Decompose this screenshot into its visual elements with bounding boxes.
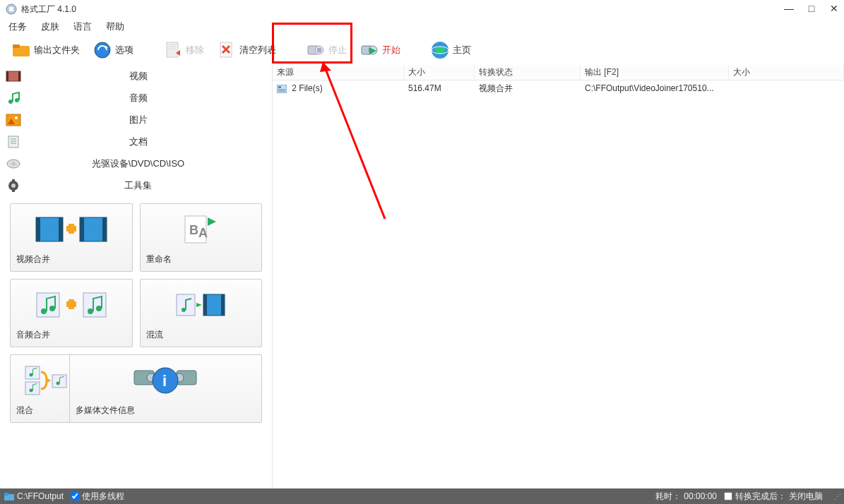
stop-button[interactable]: 停止 bbox=[302, 39, 351, 61]
col-status[interactable]: 转换状态 bbox=[475, 65, 581, 80]
tool-video-join[interactable]: 视频合并 bbox=[10, 203, 133, 272]
col-output[interactable]: 输出 [F2] bbox=[581, 65, 729, 80]
category-optical-label: 光驱设备\DVD\CD\ISO bbox=[25, 157, 272, 170]
options-button[interactable]: 选项 bbox=[88, 39, 138, 61]
multithread-label: 使用多线程 bbox=[82, 491, 124, 503]
table-row[interactable]: 2 File(s) 516.47M 视频合并 C:\FFOutput\Video… bbox=[273, 80, 844, 96]
sidebar: 视频 音频 图片 文档 光驱设备\DVD\CD\ISO 工具集 bbox=[0, 65, 273, 488]
tool-rename[interactable]: BA 重命名 bbox=[140, 203, 263, 272]
cell-output: C:\FFOutput\VideoJoiner170510... bbox=[581, 83, 729, 93]
col-size[interactable]: 大小 bbox=[404, 65, 475, 80]
status-multithread[interactable]: 使用多线程 bbox=[71, 491, 124, 503]
svg-rect-63 bbox=[203, 294, 207, 316]
svg-rect-79 bbox=[278, 86, 281, 88]
tool-media-info[interactable]: i 多媒体文件信息 bbox=[69, 354, 263, 423]
task-list: 来源 大小 转换状态 输出 [F2] 大小 2 File(s) 516.47M … bbox=[273, 65, 844, 488]
stop-icon bbox=[306, 40, 326, 60]
elapsed-value: 00:00:00 bbox=[684, 491, 717, 501]
svg-rect-29 bbox=[8, 136, 18, 148]
category-optical[interactable]: 光驱设备\DVD\CD\ISO bbox=[0, 152, 272, 174]
svg-text:A: A bbox=[198, 226, 208, 240]
svg-rect-1 bbox=[9, 7, 13, 11]
svg-point-34 bbox=[12, 162, 15, 164]
svg-point-68 bbox=[30, 389, 33, 392]
home-icon bbox=[430, 40, 450, 60]
menu-help[interactable]: 帮助 bbox=[106, 20, 124, 33]
multithread-checkbox[interactable] bbox=[71, 492, 79, 500]
status-output-path-text: C:\FFOutput bbox=[17, 491, 64, 501]
tool-mux-label: 混流 bbox=[146, 329, 256, 341]
svg-rect-54 bbox=[83, 293, 106, 317]
svg-point-53 bbox=[49, 306, 55, 311]
category-audio[interactable]: 音频 bbox=[0, 87, 272, 109]
svg-point-55 bbox=[88, 308, 93, 314]
home-button[interactable]: 主页 bbox=[426, 39, 475, 61]
menu-skin[interactable]: 皮肤 bbox=[41, 20, 59, 33]
tool-audio-join[interactable]: 音频合并 bbox=[10, 279, 133, 347]
col-size2[interactable]: 大小 bbox=[729, 65, 844, 80]
close-button[interactable]: ✕ bbox=[827, 3, 841, 14]
svg-rect-51 bbox=[37, 293, 59, 317]
svg-rect-44 bbox=[102, 217, 107, 241]
svg-rect-46 bbox=[69, 224, 74, 234]
svg-text:i: i bbox=[162, 372, 167, 390]
options-icon bbox=[93, 40, 112, 60]
after-value: 关闭电脑 bbox=[789, 491, 823, 503]
svg-rect-58 bbox=[69, 299, 74, 309]
cell-status: 视频合并 bbox=[475, 83, 581, 95]
disc-icon bbox=[6, 157, 21, 171]
category-image[interactable]: 图片 bbox=[0, 109, 272, 131]
category-video[interactable]: 视频 bbox=[0, 65, 272, 87]
svg-point-28 bbox=[15, 116, 18, 119]
tool-rename-label: 重命名 bbox=[146, 253, 256, 265]
mix-icon bbox=[16, 361, 74, 400]
status-after-action[interactable]: 转换完成后： 关闭电脑 bbox=[724, 491, 823, 503]
svg-rect-38 bbox=[12, 190, 15, 192]
folder-small-icon bbox=[4, 492, 14, 500]
menu-language[interactable]: 语言 bbox=[73, 20, 92, 33]
statusbar: C:\FFOutput 使用多线程 耗时： 00:00:00 转换完成后： 关闭… bbox=[0, 488, 844, 504]
remove-button[interactable]: 移除 bbox=[159, 39, 208, 61]
svg-rect-22 bbox=[6, 71, 8, 81]
category-audio-label: 音频 bbox=[25, 92, 272, 104]
svg-rect-64 bbox=[221, 294, 225, 316]
after-checkbox[interactable] bbox=[724, 492, 732, 500]
svg-rect-43 bbox=[80, 217, 84, 241]
audio-join-icon bbox=[16, 285, 126, 325]
maximize-button[interactable]: □ bbox=[804, 3, 819, 14]
svg-point-52 bbox=[41, 308, 47, 314]
minimize-button[interactable]: — bbox=[782, 3, 796, 14]
tools-icon bbox=[6, 179, 21, 193]
folder-icon bbox=[11, 40, 31, 60]
col-source[interactable]: 来源 bbox=[273, 65, 404, 80]
clear-list-button[interactable]: 清空列表 bbox=[213, 39, 280, 61]
cell-source: 2 File(s) bbox=[292, 83, 322, 93]
category-document-label: 文档 bbox=[25, 136, 272, 148]
after-label: 转换完成后： bbox=[735, 491, 786, 503]
document-icon bbox=[6, 135, 21, 149]
remove-label: 移除 bbox=[186, 44, 204, 56]
resize-grip[interactable]: ⋰ bbox=[830, 493, 840, 500]
tool-video-join-label: 视频合并 bbox=[16, 253, 126, 265]
tool-mix-label: 混合 bbox=[16, 404, 74, 416]
mux-icon bbox=[146, 285, 256, 325]
toolbar: 输出文件夹 选项 移除 清空列表 停止 开始 主页 bbox=[0, 35, 844, 65]
status-output-path[interactable]: C:\FFOutput bbox=[4, 491, 64, 501]
category-tools[interactable]: 工具集 bbox=[0, 174, 272, 196]
svg-marker-50 bbox=[208, 217, 216, 226]
menu-task[interactable]: 任务 bbox=[8, 20, 27, 33]
titlebar: 格式工厂 4.1.0 — □ ✕ bbox=[0, 0, 844, 18]
video-icon bbox=[6, 69, 21, 83]
category-document[interactable]: 文档 bbox=[0, 131, 272, 152]
start-button[interactable]: 开始 bbox=[355, 39, 405, 61]
category-image-label: 图片 bbox=[25, 114, 272, 126]
cell-size: 516.47M bbox=[404, 83, 475, 93]
svg-rect-40 bbox=[36, 217, 40, 241]
status-elapsed: 耗时： 00:00:00 bbox=[655, 491, 717, 503]
tool-mux[interactable]: 混流 bbox=[140, 279, 263, 347]
output-folder-button[interactable]: 输出文件夹 bbox=[7, 39, 84, 61]
app-icon bbox=[6, 4, 17, 15]
svg-rect-23 bbox=[18, 71, 20, 81]
file-icon bbox=[277, 85, 287, 93]
svg-rect-78 bbox=[277, 85, 287, 93]
